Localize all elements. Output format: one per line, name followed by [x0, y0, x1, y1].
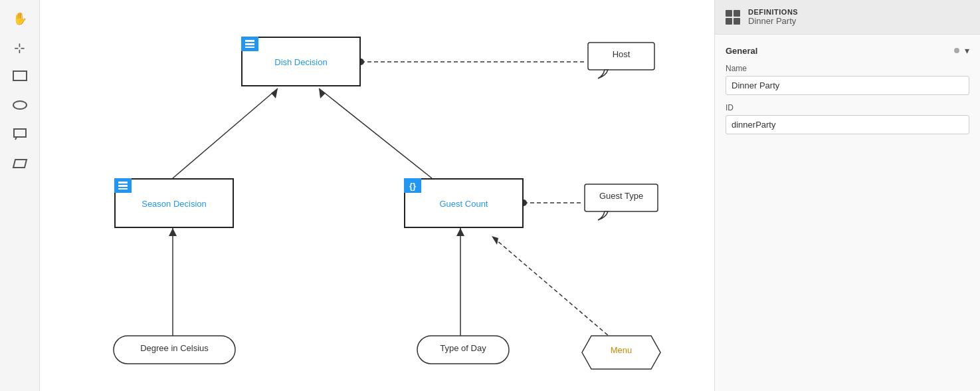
- svg-point-1: [13, 101, 27, 109]
- name-field-group: Name: [726, 64, 969, 103]
- svg-marker-2: [13, 160, 27, 168]
- comment-tool-button[interactable]: [8, 124, 32, 148]
- dish-decision-node[interactable]: Dish Decision: [241, 37, 361, 86]
- guest-type-annotation: Guest Type: [581, 183, 661, 225]
- host-annotation: Host: [585, 41, 658, 84]
- svg-rect-19: [245, 47, 254, 48]
- svg-rect-21: [118, 185, 128, 187]
- season-decision-node[interactable]: Season Decision: [114, 178, 234, 228]
- hand-tool-button[interactable]: ✋: [8, 7, 32, 31]
- name-field-label: Name: [726, 64, 969, 73]
- guest-count-node[interactable]: {} Guest Count: [404, 178, 524, 228]
- svg-rect-17: [245, 40, 254, 42]
- parallelogram-tool-button[interactable]: [8, 153, 32, 177]
- name-field-input[interactable]: [726, 76, 969, 95]
- rectangle-tool-button[interactable]: [8, 65, 32, 89]
- svg-marker-6: [271, 88, 278, 98]
- id-field-input[interactable]: [726, 115, 969, 134]
- toolbar: ✋ ⊹: [0, 0, 40, 391]
- ellipse-icon: [13, 100, 27, 114]
- menu-annotation: Menu: [581, 335, 661, 372]
- svg-rect-18: [245, 43, 254, 45]
- comment-icon: [13, 128, 27, 144]
- panel-title-block: DEFINITIONS Dinner Party: [748, 8, 798, 26]
- svg-line-5: [173, 88, 278, 178]
- menu-label: Menu: [581, 345, 661, 355]
- panel-label: DEFINITIONS: [748, 8, 798, 16]
- hand-icon: ✋: [13, 11, 27, 26]
- svg-rect-20: [118, 182, 128, 184]
- host-shape: [585, 41, 658, 81]
- rectangle-icon: [13, 70, 27, 84]
- degree-celsius-label: Degree in Celsius: [113, 343, 236, 353]
- degree-celsius-annotation: Degree in Celsius: [113, 335, 236, 367]
- season-decision-badge: [114, 178, 132, 193]
- season-decision-label: Season Decision: [116, 198, 233, 208]
- ellipse-tool-button[interactable]: [8, 94, 32, 118]
- section-dot: [954, 48, 959, 53]
- guest-count-label: Guest Count: [405, 198, 522, 208]
- guest-type-label: Guest Type: [581, 191, 661, 201]
- svg-marker-12: [456, 228, 464, 236]
- svg-rect-0: [13, 71, 27, 80]
- general-section-title: General: [726, 46, 757, 56]
- canvas[interactable]: Dish Decision Season Decision {} Guest C…: [40, 0, 714, 391]
- parallelogram-icon: [12, 158, 28, 172]
- svg-line-15: [492, 236, 618, 344]
- type-of-day-annotation: Type of Day: [417, 335, 510, 367]
- dish-decision-label: Dish Decision: [243, 57, 359, 66]
- guest-count-badge: {}: [404, 178, 421, 193]
- select-icon: ⊹: [14, 40, 25, 56]
- panel-subtitle: Dinner Party: [748, 16, 798, 26]
- panel-header: DEFINITIONS Dinner Party: [715, 0, 980, 35]
- type-of-day-label: Type of Day: [417, 343, 510, 353]
- svg-marker-8: [319, 88, 326, 98]
- right-panel: DEFINITIONS Dinner Party General ▾ Name …: [714, 0, 980, 391]
- select-tool-button[interactable]: ⊹: [8, 36, 32, 60]
- collapse-icon[interactable]: ▾: [965, 45, 969, 56]
- svg-line-7: [319, 88, 432, 178]
- panel-body: General ▾ Name ID: [715, 35, 980, 153]
- guest-type-shape: [581, 183, 661, 223]
- dish-decision-badge: [241, 37, 258, 51]
- host-label: Host: [585, 49, 658, 59]
- svg-rect-22: [118, 188, 128, 190]
- svg-marker-10: [169, 228, 177, 236]
- svg-marker-16: [492, 236, 498, 245]
- general-section-header: General ▾: [726, 45, 969, 56]
- id-field-group: ID: [726, 103, 969, 142]
- definitions-icon: [726, 10, 740, 25]
- id-field-label: ID: [726, 103, 969, 112]
